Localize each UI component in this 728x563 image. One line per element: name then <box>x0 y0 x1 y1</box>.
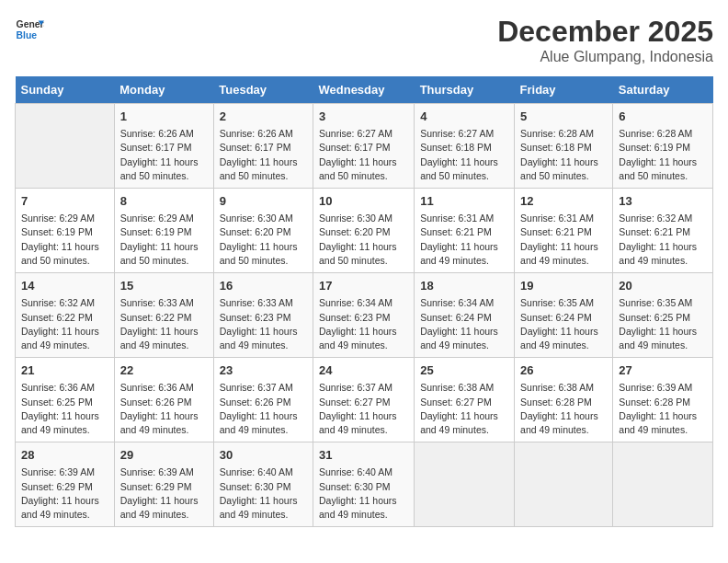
day-info: Sunrise: 6:27 AMSunset: 6:18 PMDaylight:… <box>420 127 508 183</box>
day-info: Sunrise: 6:26 AMSunset: 6:17 PMDaylight:… <box>120 127 208 183</box>
day-info: Sunrise: 6:38 AMSunset: 6:27 PMDaylight:… <box>420 381 508 437</box>
calendar-subtitle: Alue Glumpang, Indonesia <box>497 49 713 65</box>
calendar-cell <box>515 442 613 527</box>
day-info: Sunrise: 6:31 AMSunset: 6:21 PMDaylight:… <box>420 212 508 268</box>
day-number: 1 <box>120 109 208 125</box>
day-number: 15 <box>120 278 208 294</box>
calendar-cell: 23Sunrise: 6:37 AMSunset: 6:26 PMDayligh… <box>213 358 313 442</box>
day-info: Sunrise: 6:35 AMSunset: 6:25 PMDaylight:… <box>619 296 707 352</box>
calendar-table: SundayMondayTuesdayWednesdayThursdayFrid… <box>15 76 713 527</box>
calendar-cell: 27Sunrise: 6:39 AMSunset: 6:28 PMDayligh… <box>613 358 713 442</box>
day-number: 31 <box>319 447 408 464</box>
day-info: Sunrise: 6:32 AMSunset: 6:22 PMDaylight:… <box>21 296 108 352</box>
calendar-cell: 16Sunrise: 6:33 AMSunset: 6:23 PMDayligh… <box>213 273 313 358</box>
day-info: Sunrise: 6:32 AMSunset: 6:21 PMDaylight:… <box>619 212 707 268</box>
day-info: Sunrise: 6:37 AMSunset: 6:26 PMDaylight:… <box>220 381 307 437</box>
calendar-cell: 17Sunrise: 6:34 AMSunset: 6:23 PMDayligh… <box>313 273 414 358</box>
day-number: 11 <box>420 193 508 210</box>
title-block: December 2025 Alue Glumpang, Indonesia <box>497 15 713 65</box>
calendar-cell: 29Sunrise: 6:39 AMSunset: 6:29 PMDayligh… <box>114 442 213 527</box>
calendar-cell: 22Sunrise: 6:36 AMSunset: 6:26 PMDayligh… <box>114 358 213 442</box>
day-number: 9 <box>220 193 307 210</box>
calendar-cell: 26Sunrise: 6:38 AMSunset: 6:28 PMDayligh… <box>515 358 613 442</box>
calendar-cell: 9Sunrise: 6:30 AMSunset: 6:20 PMDaylight… <box>213 189 313 273</box>
weekday-header-wednesday: Wednesday <box>313 76 414 104</box>
day-number: 2 <box>220 109 307 125</box>
day-number: 24 <box>319 362 408 379</box>
calendar-cell: 30Sunrise: 6:40 AMSunset: 6:30 PMDayligh… <box>213 442 313 527</box>
day-info: Sunrise: 6:34 AMSunset: 6:23 PMDaylight:… <box>319 296 408 352</box>
weekday-header-thursday: Thursday <box>415 76 515 104</box>
day-number: 13 <box>619 193 707 210</box>
day-number: 10 <box>319 193 408 210</box>
calendar-week-row: 7Sunrise: 6:29 AMSunset: 6:19 PMDaylight… <box>16 189 713 273</box>
day-info: Sunrise: 6:35 AMSunset: 6:24 PMDaylight:… <box>520 296 607 352</box>
weekday-header-friday: Friday <box>515 76 613 104</box>
day-info: Sunrise: 6:30 AMSunset: 6:20 PMDaylight:… <box>220 212 307 268</box>
day-number: 4 <box>420 109 508 125</box>
weekday-header-saturday: Saturday <box>613 76 713 104</box>
calendar-cell: 2Sunrise: 6:26 AMSunset: 6:17 PMDaylight… <box>213 104 313 189</box>
day-number: 12 <box>520 193 607 210</box>
day-number: 29 <box>120 447 208 464</box>
calendar-cell: 28Sunrise: 6:39 AMSunset: 6:29 PMDayligh… <box>16 442 115 527</box>
calendar-cell: 6Sunrise: 6:28 AMSunset: 6:19 PMDaylight… <box>613 104 713 189</box>
calendar-cell: 3Sunrise: 6:27 AMSunset: 6:17 PMDaylight… <box>313 104 414 189</box>
day-info: Sunrise: 6:39 AMSunset: 6:29 PMDaylight:… <box>120 465 208 522</box>
day-info: Sunrise: 6:39 AMSunset: 6:28 PMDaylight:… <box>619 381 707 437</box>
day-info: Sunrise: 6:36 AMSunset: 6:25 PMDaylight:… <box>21 381 108 437</box>
calendar-week-row: 21Sunrise: 6:36 AMSunset: 6:25 PMDayligh… <box>16 358 713 442</box>
day-number: 16 <box>220 278 307 294</box>
logo-icon: General Blue <box>15 15 44 44</box>
day-info: Sunrise: 6:26 AMSunset: 6:17 PMDaylight:… <box>220 127 307 183</box>
day-info: Sunrise: 6:34 AMSunset: 6:24 PMDaylight:… <box>420 296 508 352</box>
calendar-week-row: 14Sunrise: 6:32 AMSunset: 6:22 PMDayligh… <box>16 273 713 358</box>
day-number: 25 <box>420 362 508 379</box>
calendar-cell: 10Sunrise: 6:30 AMSunset: 6:20 PMDayligh… <box>313 189 414 273</box>
day-number: 22 <box>120 362 208 379</box>
day-info: Sunrise: 6:28 AMSunset: 6:19 PMDaylight:… <box>619 127 707 183</box>
day-info: Sunrise: 6:30 AMSunset: 6:20 PMDaylight:… <box>319 212 408 268</box>
day-info: Sunrise: 6:38 AMSunset: 6:28 PMDaylight:… <box>520 381 607 437</box>
day-info: Sunrise: 6:29 AMSunset: 6:19 PMDaylight:… <box>120 212 208 268</box>
day-number: 28 <box>21 447 108 464</box>
day-number: 17 <box>319 278 408 294</box>
calendar-week-row: 1Sunrise: 6:26 AMSunset: 6:17 PMDaylight… <box>16 104 713 189</box>
day-info: Sunrise: 6:31 AMSunset: 6:21 PMDaylight:… <box>520 212 607 268</box>
day-number: 3 <box>319 109 408 125</box>
calendar-cell: 14Sunrise: 6:32 AMSunset: 6:22 PMDayligh… <box>16 273 115 358</box>
day-info: Sunrise: 6:27 AMSunset: 6:17 PMDaylight:… <box>319 127 408 183</box>
day-number: 5 <box>520 109 607 125</box>
day-info: Sunrise: 6:40 AMSunset: 6:30 PMDaylight:… <box>220 465 307 522</box>
day-number: 19 <box>520 278 607 294</box>
day-number: 20 <box>619 278 707 294</box>
day-number: 21 <box>21 362 108 379</box>
day-number: 27 <box>619 362 707 379</box>
weekday-header-row: SundayMondayTuesdayWednesdayThursdayFrid… <box>16 76 713 104</box>
calendar-cell: 15Sunrise: 6:33 AMSunset: 6:22 PMDayligh… <box>114 273 213 358</box>
day-info: Sunrise: 6:37 AMSunset: 6:27 PMDaylight:… <box>319 381 408 437</box>
svg-text:Blue: Blue <box>17 30 38 40</box>
calendar-title: December 2025 <box>497 15 713 49</box>
calendar-cell: 1Sunrise: 6:26 AMSunset: 6:17 PMDaylight… <box>114 104 213 189</box>
weekday-header-monday: Monday <box>114 76 213 104</box>
day-info: Sunrise: 6:40 AMSunset: 6:30 PMDaylight:… <box>319 465 408 522</box>
calendar-cell: 31Sunrise: 6:40 AMSunset: 6:30 PMDayligh… <box>313 442 414 527</box>
calendar-cell: 25Sunrise: 6:38 AMSunset: 6:27 PMDayligh… <box>415 358 515 442</box>
calendar-cell: 21Sunrise: 6:36 AMSunset: 6:25 PMDayligh… <box>16 358 115 442</box>
calendar-cell: 18Sunrise: 6:34 AMSunset: 6:24 PMDayligh… <box>415 273 515 358</box>
day-info: Sunrise: 6:33 AMSunset: 6:23 PMDaylight:… <box>220 296 307 352</box>
weekday-header-tuesday: Tuesday <box>213 76 313 104</box>
day-number: 26 <box>520 362 607 379</box>
day-number: 14 <box>21 278 108 294</box>
calendar-cell: 8Sunrise: 6:29 AMSunset: 6:19 PMDaylight… <box>114 189 213 273</box>
day-info: Sunrise: 6:39 AMSunset: 6:29 PMDaylight:… <box>21 465 108 522</box>
calendar-week-row: 28Sunrise: 6:39 AMSunset: 6:29 PMDayligh… <box>16 442 713 527</box>
day-info: Sunrise: 6:36 AMSunset: 6:26 PMDaylight:… <box>120 381 208 437</box>
page-header: General Blue December 2025 Alue Glumpang… <box>15 15 713 65</box>
day-number: 6 <box>619 109 707 125</box>
day-number: 18 <box>420 278 508 294</box>
calendar-cell: 4Sunrise: 6:27 AMSunset: 6:18 PMDaylight… <box>415 104 515 189</box>
calendar-cell <box>415 442 515 527</box>
calendar-cell: 13Sunrise: 6:32 AMSunset: 6:21 PMDayligh… <box>613 189 713 273</box>
